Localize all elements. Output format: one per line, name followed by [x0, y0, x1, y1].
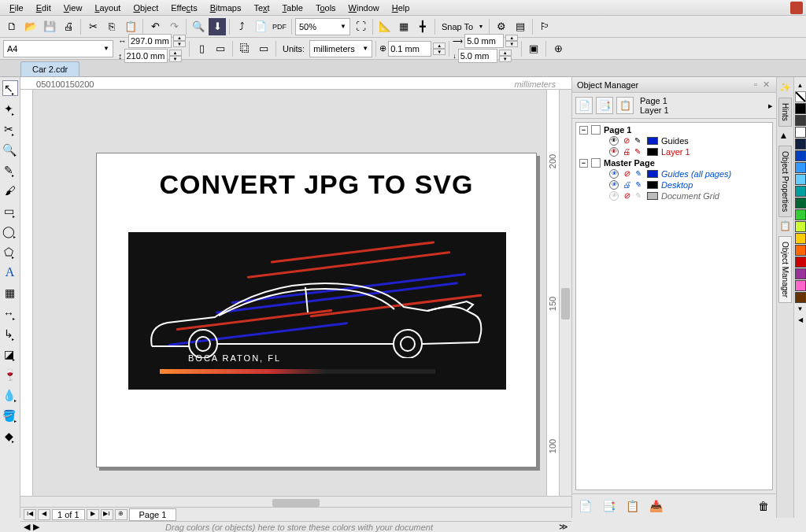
options-button[interactable]: ⚙ — [493, 18, 510, 35]
eyedropper-tool[interactable]: 💧▸ — [2, 387, 18, 403]
document-tab[interactable]: Car 2.cdr — [20, 61, 79, 76]
color-swatch[interactable] — [795, 150, 806, 161]
user-account-icon[interactable] — [790, 2, 803, 14]
landscape-button[interactable]: ▭ — [212, 40, 229, 57]
text-tool[interactable]: A — [2, 264, 18, 280]
tree-desktop[interactable]: 👁🖨✎Desktop — [578, 179, 771, 190]
table-tool[interactable]: ▦ — [2, 285, 18, 301]
app-launcher-button[interactable]: ▤ — [512, 18, 529, 35]
headline-text[interactable]: CONVERT JPG TO SVG — [97, 169, 536, 200]
last-page-button[interactable]: ▶I — [101, 509, 113, 520]
palette-down-icon[interactable]: ▼ — [797, 304, 804, 314]
menu-object[interactable]: Object — [127, 2, 165, 14]
portrait-button[interactable]: ▯ — [193, 40, 210, 57]
pick-tool[interactable]: ↖▸ — [2, 80, 18, 96]
color-swatch[interactable] — [795, 245, 806, 256]
document-palette[interactable]: ◀ ▶ Drag colors (or objects) here to sto… — [20, 521, 571, 532]
current-page-button[interactable]: ▭ — [255, 40, 272, 57]
color-swatch[interactable] — [795, 174, 806, 185]
drop-shadow-tool[interactable]: ◪▸ — [2, 346, 18, 362]
publish-pdf-button[interactable]: 📄 — [252, 18, 269, 35]
page[interactable]: CONVERT JPG TO SVG — [96, 153, 537, 467]
shape-tool[interactable]: ✦▸ — [2, 101, 18, 116]
car-subtext[interactable]: BOCA RATON, FL — [188, 353, 281, 363]
palette-up-icon[interactable]: ▲ — [797, 80, 804, 91]
horizontal-ruler[interactable]: 0 50 100 150 200 millimeters — [20, 77, 571, 90]
menu-text[interactable]: Text — [247, 2, 275, 14]
menu-file[interactable]: File — [3, 2, 30, 14]
welcome-button[interactable]: 🏳 — [536, 18, 553, 35]
print-button[interactable]: 🖨 — [60, 18, 77, 35]
vertical-scrollbar[interactable] — [559, 90, 571, 518]
duplicate-y-input[interactable] — [458, 49, 497, 63]
new-layer-button[interactable]: 📄 — [575, 497, 594, 515]
obj-mgr-icon[interactable]: 📋 — [779, 220, 792, 233]
tree-master[interactable]: −Master Page — [578, 157, 771, 168]
tab-hints[interactable]: Hints — [778, 98, 792, 127]
tree-grid[interactable]: 👁⊘✎Document Grid — [578, 190, 771, 201]
color-swatch[interactable] — [795, 198, 806, 209]
color-swatch[interactable] — [795, 103, 806, 114]
menu-view[interactable]: View — [57, 2, 89, 14]
ellipse-tool[interactable]: ◯▸ — [2, 224, 18, 239]
first-page-button[interactable]: I◀ — [24, 509, 36, 520]
color-swatch[interactable] — [795, 221, 806, 232]
width-spinner[interactable]: ▲▼ — [173, 35, 186, 47]
tray-next-icon[interactable]: ▶ — [33, 522, 39, 532]
connector-tool[interactable]: ↳▸ — [2, 326, 18, 342]
page-size-dropdown[interactable]: A4▼ — [3, 40, 113, 57]
treat-as-filled-button[interactable]: ▣ — [525, 40, 542, 57]
edit-across-layers-button[interactable]: 📑 — [596, 97, 613, 114]
show-rulers-button[interactable]: 📐 — [376, 18, 394, 35]
cut-button[interactable]: ✂ — [84, 18, 102, 35]
tab-object-properties[interactable]: Object Properties — [778, 146, 792, 217]
car-graphic[interactable]: BOCA RATON, FL — [128, 232, 506, 390]
tree-page1[interactable]: −Page 1 — [578, 124, 771, 135]
panel-options-icon[interactable]: ▸ — [768, 101, 773, 111]
full-screen-button[interactable]: ⛶ — [352, 18, 369, 35]
smart-fill-tool[interactable]: ◆▸ — [2, 428, 18, 444]
new-doc-button[interactable]: 🗋 — [3, 18, 20, 35]
show-grid-button[interactable]: ▦ — [395, 18, 412, 35]
color-swatch[interactable] — [795, 209, 806, 220]
color-swatch[interactable] — [795, 257, 806, 268]
nudge-spinner[interactable]: ▲▼ — [433, 42, 446, 55]
redo-button[interactable]: ↷ — [165, 18, 183, 35]
menu-tools[interactable]: Tools — [309, 2, 342, 14]
quick-customize-button[interactable]: ⊕ — [549, 40, 567, 57]
tray-prev-icon[interactable]: ◀ — [24, 522, 30, 532]
menu-effects[interactable]: Effects — [165, 2, 203, 14]
height-spinner[interactable]: ▲▼ — [169, 50, 182, 62]
page-tab[interactable]: Page 1 — [129, 508, 177, 521]
undo-button[interactable]: ↶ — [146, 18, 164, 35]
no-color-swatch[interactable] — [795, 91, 806, 102]
gradient-bar[interactable] — [160, 369, 435, 374]
palette-flyout-icon[interactable]: ◀ — [798, 315, 803, 325]
freehand-tool[interactable]: ✎▸ — [2, 162, 18, 178]
duplicate-x-input[interactable] — [464, 34, 504, 48]
tree-layer1[interactable]: 👁🖨✎Layer 1 — [578, 146, 771, 157]
crop-tool[interactable]: ✂▸ — [2, 121, 18, 137]
color-swatch[interactable] — [795, 268, 806, 279]
artistic-media-tool[interactable]: 🖌 — [2, 183, 18, 198]
tree-guides-all[interactable]: 👁⊘✎Guides (all pages) — [578, 168, 771, 179]
zoom-dropdown[interactable]: 50%▼ — [295, 18, 350, 35]
menu-layout[interactable]: Layout — [88, 2, 127, 14]
color-swatch[interactable] — [795, 280, 806, 291]
tab-object-manager[interactable]: Object Manager — [778, 236, 792, 303]
prev-page-button[interactable]: ◀ — [38, 509, 50, 520]
transparency-tool[interactable]: 🍷 — [2, 367, 18, 382]
units-dropdown[interactable]: millimeters▼ — [309, 40, 372, 57]
layer-manager-view-button[interactable]: 📋 — [616, 97, 634, 114]
menu-help[interactable]: Help — [386, 2, 416, 14]
rectangle-tool[interactable]: ▭▸ — [2, 203, 18, 219]
menu-table[interactable]: Table — [276, 2, 309, 14]
next-page-button[interactable]: ▶ — [87, 509, 99, 520]
menu-bitmaps[interactable]: Bitmaps — [204, 2, 248, 14]
menu-edit[interactable]: Edit — [30, 2, 57, 14]
open-button[interactable]: 📂 — [22, 18, 39, 35]
show-properties-button[interactable]: 📄 — [575, 97, 593, 114]
save-button[interactable]: 💾 — [41, 18, 58, 35]
search-content-button[interactable]: 🔍 — [190, 18, 207, 35]
add-page-button[interactable]: ⊕ — [115, 509, 128, 520]
